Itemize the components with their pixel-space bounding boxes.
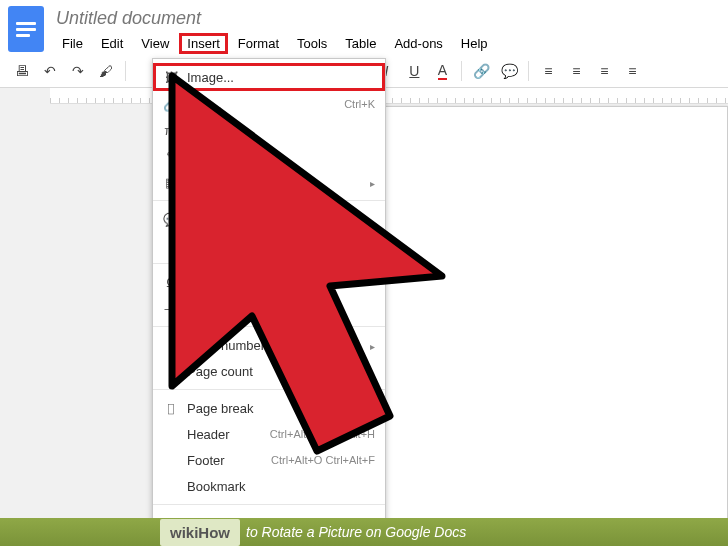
insert-menu-item-horizontal-line[interactable]: —Horizontal line [153,295,385,321]
insert-menu-item-footnote[interactable]: Footnote [153,232,385,258]
docs-logo[interactable] [8,6,44,52]
document-title[interactable]: Untitled document [54,6,720,33]
insert-menu-item-drawing[interactable]: ✎Drawing... [153,143,385,169]
insert-menu-item-special-characters[interactable]: ΩSpecial characters... [153,269,385,295]
link-icon: 🔗 [161,97,181,112]
menu-table[interactable]: Table [337,33,384,54]
page-break-icon: ⌷ [161,401,181,416]
watermark-brand: wikiHow [160,519,240,546]
horizontal-line-icon: — [161,301,181,316]
menu-separator [153,200,385,201]
menu-item-shortcut: Ctrl+Alt+O Ctrl+Alt+F [271,454,375,466]
print-button[interactable]: 🖶 [10,59,34,83]
align-right-button[interactable]: ≡ [592,59,616,83]
menu-separator [153,504,385,505]
comment-icon: 💬 [161,212,181,227]
menu-item-label: Equation... [187,123,375,138]
menu-item-label: Footer [187,453,271,468]
insert-menu-item-header[interactable]: HeaderCtrl+Alt+O Ctrl+Alt+H [153,421,385,447]
image-icon: 🖼 [161,70,181,85]
separator [528,61,529,81]
chevron-right-icon [370,338,375,353]
insert-menu-item-image[interactable]: 🖼Image... [153,63,385,91]
menu-item-label: Comment [187,212,375,227]
menu-view[interactable]: View [133,33,177,54]
align-center-button[interactable]: ≡ [564,59,588,83]
menu-item-label: Drawing... [187,149,375,164]
separator [461,61,462,81]
drawing-icon: ✎ [161,149,181,164]
paint-format-button[interactable]: 🖌 [94,59,118,83]
menu-item-label: Link... [187,97,344,112]
menu-separator [153,389,385,390]
menu-item-label: Page break [187,401,325,416]
menu-item-label: Table [187,175,370,190]
insert-menu-item-footer[interactable]: FooterCtrl+Alt+O Ctrl+Alt+F [153,447,385,473]
menu-item-label: Footnote [187,238,375,253]
chevron-right-icon [370,175,375,190]
underline-button[interactable]: U [402,59,426,83]
menu-item-shortcut: Ctrl+Alt+O Ctrl+Alt+H [270,428,375,440]
separator [125,61,126,81]
insert-menu-item-link[interactable]: 🔗Link...Ctrl+K [153,91,385,117]
undo-button[interactable]: ↶ [38,59,62,83]
insert-menu-item-table[interactable]: ▦Table [153,169,385,195]
text-color-button[interactable]: A [430,59,454,83]
insert-link-button[interactable]: 🔗 [469,59,493,83]
menu-file[interactable]: File [54,33,91,54]
menu-item-label: Special characters... [187,275,375,290]
watermark-text: to Rotate a Picture on Google Docs [246,524,466,540]
menu-item-label: Header [187,427,270,442]
insert-menu-item-page-number[interactable]: Page number [153,332,385,358]
menu-item-label: Page count [187,364,375,379]
insert-menu-item-page-break[interactable]: ⌷Page breakCtrl+Enter [153,395,385,421]
menu-separator [153,326,385,327]
menu-item-label: Page number [187,338,370,353]
menubar: FileEditViewInsertFormatToolsTableAdd-on… [54,33,720,54]
equation-icon: π² [161,123,181,138]
align-justify-button[interactable]: ≡ [620,59,644,83]
insert-menu: 🖼Image...🔗Link...Ctrl+Kπ²Equation...✎Dra… [152,58,386,541]
menu-item-label: Image... [187,70,375,85]
menu-item-shortcut: Ctrl+Enter [325,402,375,414]
menu-add-ons[interactable]: Add-ons [386,33,450,54]
watermark-bar: wikiHow to Rotate a Picture on Google Do… [0,518,728,546]
align-left-button[interactable]: ≡ [536,59,560,83]
table-icon: ▦ [161,175,181,190]
menu-item-shortcut: Ctrl+K [344,98,375,110]
menu-item-label: Horizontal line [187,301,375,316]
menu-edit[interactable]: Edit [93,33,131,54]
menu-separator [153,263,385,264]
insert-menu-item-page-count[interactable]: Page count [153,358,385,384]
insert-menu-item-comment: 💬Comment [153,206,385,232]
insert-comment-button[interactable]: 💬 [497,59,521,83]
insert-menu-item-equation[interactable]: π²Equation... [153,117,385,143]
special-characters-icon: Ω [161,275,181,290]
menu-tools[interactable]: Tools [289,33,335,54]
redo-button[interactable]: ↷ [66,59,90,83]
menu-insert[interactable]: Insert [179,33,228,54]
menu-help[interactable]: Help [453,33,496,54]
insert-menu-item-bookmark[interactable]: Bookmark [153,473,385,499]
menu-format[interactable]: Format [230,33,287,54]
menu-item-label: Bookmark [187,479,375,494]
